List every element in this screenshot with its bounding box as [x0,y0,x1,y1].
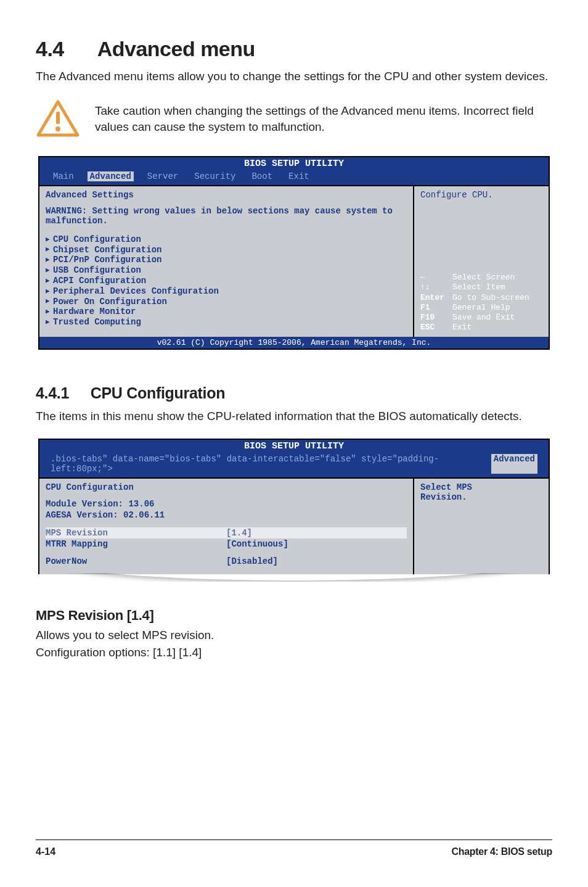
caution-callout: Take caution when changing the settings … [36,99,552,139]
bios-help-text: Configure CPU. [420,190,542,200]
bios-tabs: Main Advanced Server Security Boot Exit [39,169,549,185]
bios-title: BIOS SETUP UTILITY [39,440,549,452]
tab-advanced: Advanced [491,454,537,474]
page-footer: 4-14 Chapter 4: BIOS setup [36,840,552,857]
cpu-row-powernow-value: [Disabled] [226,556,407,567]
tab-advanced: Advanced [88,171,134,181]
cpu-row-mps-name: MPS Revision [46,527,226,538]
setting-desc-line1: Allows you to select MPS revision. [36,627,552,643]
bios-screenshot-advanced: BIOS SETUP UTILITY Main Advanced Server … [38,156,550,350]
menu-item-usb: ▶USB Configuration [46,265,407,276]
bios-right-panel: Select MPS Revision. [414,479,549,574]
tab-server: Server [145,171,181,181]
triangle-icon: ▶ [46,297,53,305]
bios-left-panel: Advanced Settings WARNING: Setting wrong… [39,186,414,337]
subsection-heading: 4.4.1 CPU Configuration [36,384,552,402]
triangle-icon: ▶ [46,245,53,254]
subsection-number: 4.4.1 [36,384,86,402]
triangle-icon: ▶ [46,236,53,244]
caution-text: Take caution when changing the settings … [95,103,552,134]
triangle-icon: ▶ [46,318,53,326]
setting-desc-line2: Configuration options: [1.1] [1.4] [36,645,552,661]
triangle-icon: ▶ [46,266,53,274]
bios-help-text: Select MPS Revision. [420,482,542,502]
agesa-version-row: AGESA Version: 02.06.11 [46,510,407,521]
bios-footer: v02.61 (C) Copyright 1985-2006, American… [39,337,549,349]
svg-point-2 [55,126,60,131]
bios-right-panel: Configure CPU. ←Select Screen ↑↓Select I… [414,186,549,337]
bios-left-panel: CPU Configuration Module Version: 13.06 … [39,479,414,574]
subsection-intro: The items in this menu show the CPU-rela… [36,408,552,424]
cpu-row-mtrr-name: MTRR Mapping [46,538,226,550]
page-number: 4-14 [36,846,55,857]
tab-main: Main [51,171,76,181]
menu-item-peripheral: ▶Peripheral Devices Configuration [46,286,407,297]
tab-exit: Exit [286,171,312,181]
menu-item-pci: ▶PCI/PnP Configuration [46,255,407,265]
bios-body: Advanced Settings WARNING: Setting wrong… [39,185,549,337]
triangle-icon: ▶ [46,287,53,295]
tab-security: Security [192,171,238,181]
nav-row: ↑↓Select Item [420,283,542,292]
nav-row: EnterGo to Sub-screen [420,293,542,303]
intro-paragraph: The Advanced menu items allow you to cha… [36,68,552,85]
bios-screenshot-cpu: BIOS SETUP UTILITY .bios-tabs" data-name… [38,439,550,574]
setting-heading: MPS Revision [1.4] [36,608,552,624]
cpu-row-powernow-name: PowerNow [46,556,226,567]
bios-body: CPU Configuration Module Version: 13.06 … [39,477,549,574]
bios-warning: WARNING: Setting wrong values in below s… [46,206,407,226]
menu-item-trusted: ▶Trusted Computing [46,317,407,328]
menu-item-chipset: ▶Chipset Configuration [46,245,407,255]
module-version-row: Module Version: 13.06 [46,498,407,510]
tab-boot: Boot [249,171,275,181]
triangle-icon: ▶ [46,308,53,316]
triangle-icon: ▶ [46,277,53,285]
menu-item-acpi: ▶ACPI Configuration [46,276,407,286]
bios-nav-help: ←Select Screen ↑↓Select Item EnterGo to … [420,273,542,333]
subsection-title: CPU Configuration [91,384,225,402]
cpu-row-mps-value: [1.4] [226,527,407,538]
page-heading: 4.4 Advanced menu [36,37,552,61]
menu-item-hw-monitor: ▶Hardware Monitor [46,307,407,317]
nav-row: F1General Help [420,303,542,313]
bios-title: BIOS SETUP UTILITY [39,157,549,169]
heading-title: Advanced menu [97,37,255,60]
svg-rect-1 [56,112,60,124]
nav-row: ESCExit [420,323,542,332]
triangle-icon: ▶ [46,256,53,264]
chapter-label: Chapter 4: BIOS setup [451,846,552,857]
caution-icon [36,99,80,139]
menu-item-power: ▶Power On Configuration [46,297,407,307]
heading-number: 4.4 [36,37,92,61]
page-curl-effect [36,573,552,582]
spacer [46,550,407,556]
menu-item-cpu: ▶CPU Configuration [46,234,407,245]
bios-section-title: Advanced Settings [46,190,407,200]
nav-row: ←Select Screen [420,273,542,283]
bios-section-title: CPU Configuration [46,482,407,492]
cpu-row-mtrr-value: [Continuous] [226,538,407,550]
nav-row: F10Save and Exit [420,313,542,323]
